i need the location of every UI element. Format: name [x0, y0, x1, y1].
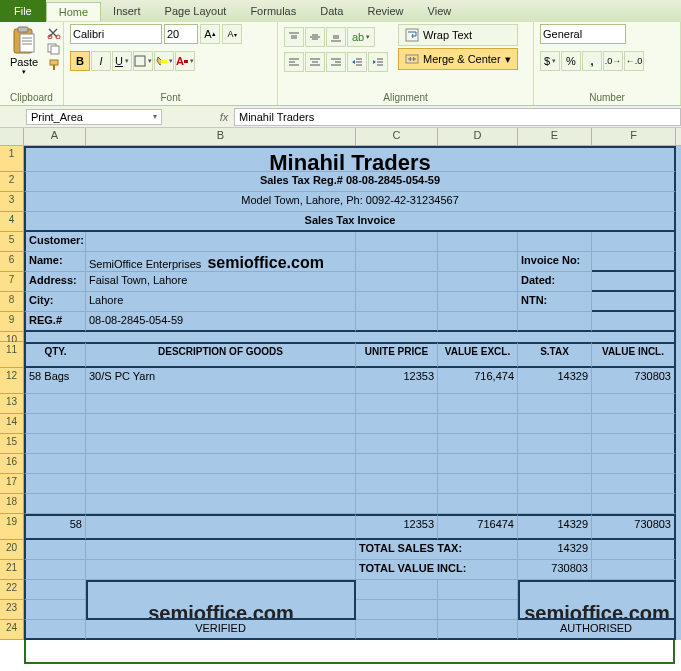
cut-button[interactable]: [46, 26, 62, 40]
total-price[interactable]: 12353: [356, 514, 438, 540]
row-header[interactable]: 13: [0, 394, 24, 414]
row-header[interactable]: 4: [0, 212, 24, 232]
tab-formulas[interactable]: Formulas: [238, 2, 308, 21]
italic-button[interactable]: I: [91, 51, 111, 71]
total-incl-value[interactable]: 730803: [518, 560, 592, 580]
invoice-no-label[interactable]: Invoice No:: [518, 252, 592, 272]
invoice-doctype[interactable]: Sales Tax Invoice: [24, 212, 676, 232]
percent-button[interactable]: %: [561, 51, 581, 71]
invoice-address[interactable]: Model Town, Lahore, Ph: 0092-42-31234567: [24, 192, 676, 212]
align-top-button[interactable]: [284, 27, 304, 47]
total-qty[interactable]: 58: [24, 514, 86, 540]
underline-button[interactable]: U▾: [112, 51, 132, 71]
ntn-value[interactable]: [592, 292, 676, 312]
row-header[interactable]: 12: [0, 368, 24, 394]
invoice-reg[interactable]: Sales Tax Reg.# 08-08-2845-054-59: [24, 172, 676, 192]
total-valexcl[interactable]: 716474: [438, 514, 518, 540]
bold-button[interactable]: B: [70, 51, 90, 71]
address-label[interactable]: Address:: [24, 272, 86, 292]
tab-view[interactable]: View: [416, 2, 464, 21]
row-header[interactable]: 21: [0, 560, 24, 580]
currency-button[interactable]: $▾: [540, 51, 560, 71]
row-header[interactable]: 24: [0, 620, 24, 640]
regno-value[interactable]: 08-08-2845-054-59: [86, 312, 356, 332]
td-desc[interactable]: 30/S PC Yarn: [86, 368, 356, 394]
decrease-font-button[interactable]: A▾: [222, 24, 242, 44]
row-header[interactable]: 22: [0, 580, 24, 600]
name-value[interactable]: SemiOffice Enterprises semioffice.com: [86, 252, 356, 272]
increase-indent-button[interactable]: [368, 52, 388, 72]
merge-center-button[interactable]: Merge & Center▾: [398, 48, 518, 70]
row-header[interactable]: 5: [0, 232, 24, 252]
city-value[interactable]: Lahore: [86, 292, 356, 312]
dated-value[interactable]: [592, 272, 676, 292]
td-qty[interactable]: 58 Bags: [24, 368, 86, 394]
td-valexcl[interactable]: 716,474: [438, 368, 518, 394]
authorised-logo[interactable]: semioffice.com: [518, 600, 676, 620]
align-right-button[interactable]: [326, 52, 346, 72]
orientation-button[interactable]: ab▾: [347, 27, 375, 47]
row-header[interactable]: 19: [0, 514, 24, 540]
th-price[interactable]: UNITE PRICE: [356, 342, 438, 368]
row-header[interactable]: 6: [0, 252, 24, 272]
invoice-no-value[interactable]: [592, 252, 676, 272]
comma-button[interactable]: ,: [582, 51, 602, 71]
total-stax-label[interactable]: TOTAL SALES TAX:: [356, 540, 518, 560]
row-header[interactable]: 2: [0, 172, 24, 192]
total-stax-value[interactable]: 14329: [518, 540, 592, 560]
worksheet[interactable]: Page 1 1 Minahil Traders 2 Sales Tax Reg…: [0, 146, 681, 640]
tab-review[interactable]: Review: [355, 2, 415, 21]
name-box[interactable]: Print_Area▾: [26, 109, 162, 125]
align-middle-button[interactable]: [305, 27, 325, 47]
col-header-c[interactable]: C: [356, 128, 438, 145]
col-header-b[interactable]: B: [86, 128, 356, 145]
fx-icon[interactable]: fx: [214, 111, 234, 123]
increase-decimal-button[interactable]: .0→: [603, 51, 623, 71]
authorised-label[interactable]: AUTHORISED: [518, 620, 676, 640]
row-header[interactable]: 15: [0, 434, 24, 454]
th-valexcl[interactable]: VALUE EXCL.: [438, 342, 518, 368]
row-header[interactable]: 11: [0, 342, 24, 368]
decrease-decimal-button[interactable]: ←.0: [624, 51, 644, 71]
tab-home[interactable]: Home: [46, 2, 101, 21]
select-all-corner[interactable]: [0, 128, 24, 145]
td-stax[interactable]: 14329: [518, 368, 592, 394]
fill-color-button[interactable]: ▾: [154, 51, 174, 71]
row-header[interactable]: 3: [0, 192, 24, 212]
row-header[interactable]: 20: [0, 540, 24, 560]
row-header[interactable]: 10: [0, 332, 24, 342]
customer-label[interactable]: Customer:: [24, 232, 86, 252]
address-value[interactable]: Faisal Town, Lahore: [86, 272, 356, 292]
tab-page-layout[interactable]: Page Layout: [153, 2, 239, 21]
col-header-f[interactable]: F: [592, 128, 676, 145]
font-name-select[interactable]: [70, 24, 162, 44]
row-header[interactable]: 9: [0, 312, 24, 332]
decrease-indent-button[interactable]: [347, 52, 367, 72]
th-valincl[interactable]: VALUE INCL.: [592, 342, 676, 368]
invoice-title[interactable]: Minahil Traders: [24, 146, 676, 172]
row-header[interactable]: 7: [0, 272, 24, 292]
th-desc[interactable]: DESCRIPTION OF GOODS: [86, 342, 356, 368]
row-header[interactable]: 14: [0, 414, 24, 434]
total-stax[interactable]: 14329: [518, 514, 592, 540]
paste-button[interactable]: Paste ▾: [6, 24, 42, 78]
city-label[interactable]: City:: [24, 292, 86, 312]
align-center-button[interactable]: [305, 52, 325, 72]
increase-font-button[interactable]: A▴: [200, 24, 220, 44]
tab-data[interactable]: Data: [308, 2, 355, 21]
verified-label[interactable]: VERIFIED: [86, 620, 356, 640]
col-header-d[interactable]: D: [438, 128, 518, 145]
align-bottom-button[interactable]: [326, 27, 346, 47]
font-color-button[interactable]: A▾: [175, 51, 195, 71]
th-stax[interactable]: S.TAX: [518, 342, 592, 368]
row-header[interactable]: 23: [0, 600, 24, 620]
total-incl-label[interactable]: TOTAL VALUE INCL:: [356, 560, 518, 580]
number-format-select[interactable]: [540, 24, 626, 44]
copy-button[interactable]: [46, 42, 62, 56]
cell[interactable]: [86, 232, 356, 252]
regno-label[interactable]: REG.#: [24, 312, 86, 332]
formula-bar[interactable]: [234, 108, 681, 126]
col-header-a[interactable]: A: [24, 128, 86, 145]
total-valincl[interactable]: 730803: [592, 514, 676, 540]
verified-logo[interactable]: semioffice.com: [86, 600, 356, 620]
